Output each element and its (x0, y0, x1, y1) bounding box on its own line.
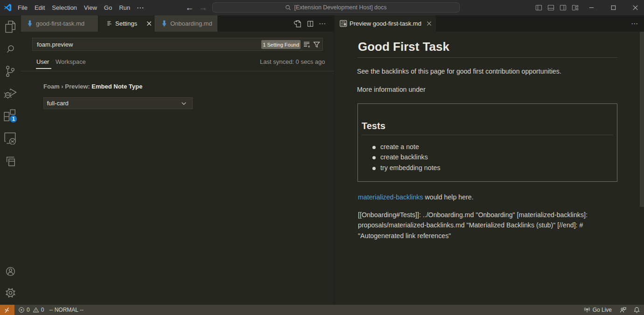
svg-text:1: 1 (12, 116, 15, 122)
